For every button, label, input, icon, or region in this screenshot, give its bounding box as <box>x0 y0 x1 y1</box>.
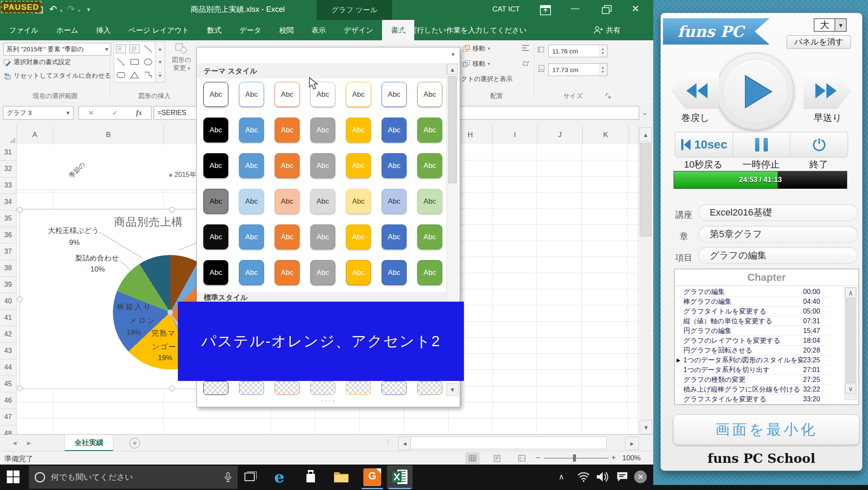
store-icon[interactable] <box>304 470 317 484</box>
fx-icon[interactable]: fx <box>136 109 142 117</box>
chart-style-swatch[interactable]: Abc <box>346 153 371 178</box>
wifi-icon[interactable] <box>577 471 590 482</box>
column-header[interactable]: J <box>537 126 583 144</box>
ribbon-tab[interactable]: ホーム <box>48 20 87 40</box>
chart-selection-handle[interactable] <box>17 386 22 391</box>
vscroll-thumb[interactable] <box>640 143 652 236</box>
chart-style-swatch[interactable]: Abc <box>239 118 264 143</box>
tell-me-box[interactable]: 実行したい作業を入力してください <box>398 20 527 40</box>
ribbon-tab[interactable]: 表示 <box>303 20 335 40</box>
chapter-list-item[interactable]: ▶ 縦（値）軸の単位を変更する 07:31 <box>677 316 829 326</box>
chart-selection-handle[interactable] <box>17 207 22 213</box>
scroll-up-icon[interactable]: ▴ <box>159 46 161 52</box>
action-center-icon[interactable] <box>616 471 628 482</box>
sheet-tab-active[interactable]: 全社実績 <box>65 435 113 451</box>
ribbon-tab[interactable]: データ <box>230 20 270 40</box>
tray-chevron-icon[interactable]: ∧ <box>559 472 564 482</box>
chart-style-swatch[interactable]: Abc <box>275 82 300 107</box>
gallery-scroll-up-icon[interactable]: ▴ <box>447 64 458 75</box>
zoom-slider-track[interactable] <box>544 458 609 459</box>
size-dialog-launcher-icon[interactable] <box>605 93 611 99</box>
oval-shape-icon[interactable] <box>143 57 153 67</box>
fast-forward-button[interactable] <box>803 73 851 109</box>
file-explorer-icon[interactable] <box>334 470 349 483</box>
row-header[interactable]: 34 <box>0 194 17 210</box>
hscroll-left-icon[interactable]: ◂ <box>398 437 411 450</box>
chart-element-dropdown[interactable]: 系列 "2015年" 要素 "季節の ▾ <box>3 43 111 56</box>
name-box-splitter[interactable]: ⋮ <box>70 107 77 116</box>
chart-style-swatch[interactable]: Abc <box>417 224 442 249</box>
chart-style-swatch[interactable]: Abc <box>203 189 228 214</box>
minimize-screen-button[interactable]: 画面を最小化 <box>673 414 860 445</box>
normal-view-button[interactable] <box>465 452 480 464</box>
vertical-text-box-icon[interactable] <box>129 44 140 53</box>
selection-pane-button[interactable]: クトの選択と表示 <box>461 75 512 83</box>
chart-style-swatch[interactable]: Abc <box>239 82 264 107</box>
text-size-select[interactable]: 大 ▾ <box>814 18 847 32</box>
row-header[interactable]: 32 <box>0 161 17 177</box>
rotate-button[interactable] <box>521 60 530 67</box>
format-selection-button[interactable]: 選択対象の書式設定 <box>3 58 71 66</box>
chart-selection-handle[interactable] <box>17 297 22 302</box>
column-header[interactable]: K <box>583 126 629 144</box>
row-header[interactable]: 37 <box>0 244 17 260</box>
bring-forward-button[interactable]: 移動 ▾ <box>463 45 490 53</box>
rewind-button[interactable] <box>671 73 719 109</box>
row-header[interactable]: 45 <box>0 376 17 392</box>
ribbon-display-options-icon[interactable] <box>540 5 551 15</box>
gallery-resize-grip[interactable]: ···· <box>197 396 460 405</box>
shape-width-field[interactable]: 17.73 cm <box>548 63 603 76</box>
scroll-down-icon[interactable]: ▾ <box>159 59 161 65</box>
chart-style-swatch[interactable]: Abc <box>417 189 442 214</box>
chapter-list-item[interactable]: ▶ 円グラフを回転させる 20:28 <box>677 346 829 356</box>
chapter-list-item[interactable]: ▶ グラフのレイアウトを変更する 18:04 <box>677 336 829 346</box>
hscroll-right-icon[interactable]: ▸ <box>625 437 639 450</box>
edge-icon[interactable]: e <box>274 467 284 486</box>
name-box[interactable]: グラフ 3 ▾ <box>3 106 73 120</box>
chart-style-swatch[interactable]: Abc <box>239 153 264 178</box>
volume-icon[interactable] <box>596 471 609 482</box>
gallery-scroll-thumb[interactable] <box>448 76 457 183</box>
vscrollbar[interactable]: ▴ ▾ <box>639 127 652 434</box>
page-layout-view-button[interactable] <box>490 452 504 464</box>
standard-style-swatch[interactable] <box>275 381 300 395</box>
chart-style-swatch[interactable]: Abc <box>382 153 407 178</box>
gallery-collapse-icon[interactable]: ▾ <box>452 51 455 58</box>
power-button[interactable] <box>790 132 848 157</box>
chart-style-swatch[interactable]: Abc <box>203 82 228 107</box>
shapes-gallery[interactable] <box>114 42 155 82</box>
row-header[interactable]: 41 <box>0 310 17 326</box>
chapter-list-item[interactable]: ▶ グラフの編集 00:00 <box>677 287 829 297</box>
row-header[interactable]: 46 <box>0 392 17 409</box>
close-icon[interactable]: ✕ <box>632 3 639 14</box>
pdf-app-icon[interactable]: G <box>363 468 381 486</box>
standard-style-swatch[interactable] <box>203 381 228 395</box>
chart-style-swatch[interactable]: Abc <box>275 153 300 178</box>
zoom-slider-thumb[interactable] <box>573 454 576 462</box>
excel-icon[interactable] <box>391 469 408 485</box>
qat-customize-icon[interactable]: ▾ <box>87 6 90 13</box>
chart-style-swatch[interactable]: Abc <box>417 118 442 143</box>
chart-style-swatch[interactable]: Abc <box>346 118 371 143</box>
chart-style-swatch[interactable]: Abc <box>275 224 300 249</box>
hscroll-thumb[interactable] <box>410 437 607 449</box>
tab-scroll-splitter[interactable]: ⋮ <box>384 438 391 447</box>
vscroll-up-icon[interactable]: ▴ <box>639 127 652 142</box>
chapter-list-item[interactable]: ▶ グラフタイトルを変更する 05:00 <box>677 307 829 316</box>
cancel-icon[interactable]: ✕ <box>88 109 94 118</box>
chart-style-swatch[interactable]: Abc <box>310 189 335 214</box>
chart-style-swatch[interactable]: Abc <box>239 189 264 214</box>
bar-chart-fragment[interactable]: 季節の ■ 2015年 <box>17 144 197 190</box>
chart-style-swatch[interactable]: Abc <box>203 260 228 285</box>
rounded-rectangle-shape-icon[interactable] <box>116 70 126 80</box>
chart-style-swatch[interactable]: Abc <box>310 118 335 143</box>
standard-style-swatch[interactable] <box>417 381 442 395</box>
formula-bar-expand-icon[interactable]: ⌄ <box>638 106 652 119</box>
chart-style-swatch[interactable]: Abc <box>275 118 300 143</box>
row-header[interactable]: 40 <box>0 293 17 310</box>
chart-style-swatch[interactable]: Abc <box>346 82 371 107</box>
rectangle-shape-icon[interactable] <box>129 57 140 67</box>
ribbon-tab[interactable]: ファイル <box>0 20 48 40</box>
minimize-icon[interactable]: — <box>571 3 579 13</box>
ribbon-tab[interactable]: 校閲 <box>270 20 303 40</box>
